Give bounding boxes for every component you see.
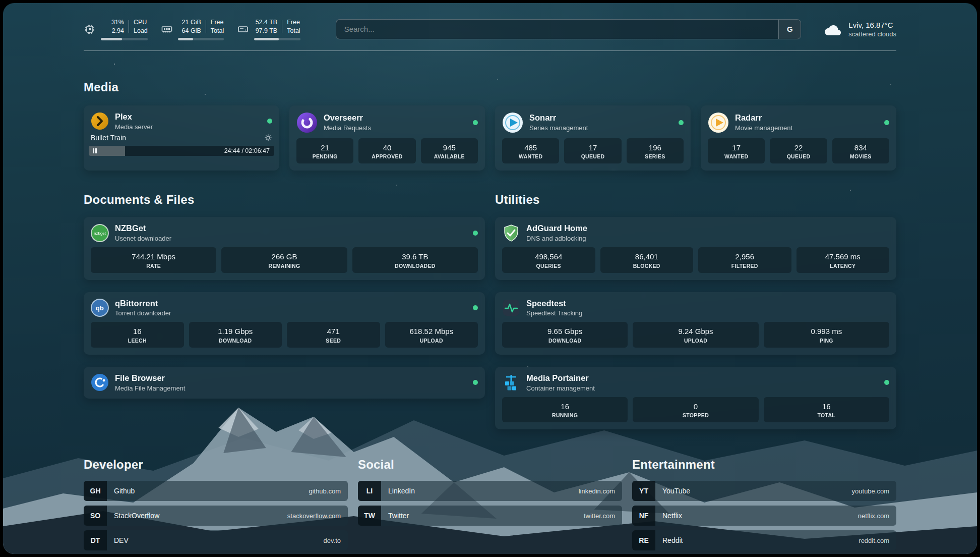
service-subtitle: Media Requests <box>324 124 371 132</box>
stat-label: APPROVED <box>360 153 413 159</box>
bookmark-url: stackoverflow.com <box>287 512 348 520</box>
service-subtitle: Speedtest Tracking <box>526 309 582 317</box>
card-nzbget[interactable]: nzbget NZBGet Usenet downloader <box>84 217 485 280</box>
bookmark-abbr: GH <box>84 481 107 501</box>
section-title-social: Social <box>358 458 622 472</box>
dashboard-background: 31% 2.94 CPU Load <box>3 3 977 554</box>
service-title: NZBGet <box>115 224 171 234</box>
gear-icon[interactable] <box>264 134 272 142</box>
service-subtitle: Usenet downloader <box>115 235 171 242</box>
divider <box>206 20 206 33</box>
card-qbittorrent[interactable]: qb qBittorrent Torrent downloader <box>84 292 485 355</box>
section-title-documents: Documents & Files <box>84 193 485 207</box>
bookmark-url: github.com <box>309 487 348 495</box>
section-title-entertainment: Entertainment <box>632 458 896 472</box>
bookmark-name: LinkedIn <box>381 487 415 495</box>
service-subtitle: DNS and adblocking <box>526 235 587 242</box>
topbar-divider <box>84 50 896 51</box>
card-radarr[interactable]: Radarr Movie management 17 WANTED 2 <box>701 105 896 171</box>
stat-value: 0.993 ms <box>766 326 887 337</box>
service-title: Overseerr <box>324 113 371 123</box>
bookmark-github[interactable]: GH Github github.com <box>84 481 348 501</box>
service-subtitle: Media server <box>115 123 153 131</box>
social-column: Social LI LinkedIn linkedin.com TW Twitt… <box>358 458 622 526</box>
service-title: Sonarr <box>529 113 588 123</box>
stat-value: 266 GB <box>223 252 345 262</box>
stat-label: UPLOAD <box>635 338 756 344</box>
stat-value: 9.24 Gbps <box>635 326 756 337</box>
bookmark-name: YouTube <box>655 487 690 495</box>
stat-box: 945 AVAILABLE <box>421 138 478 164</box>
developer-column: Developer GH Github github.com SO StackO… <box>84 458 348 550</box>
stat-label: MOVIES <box>834 153 887 159</box>
overseerr-icon <box>296 112 318 133</box>
stat-box: 9.65 Gbps DOWNLOAD <box>502 322 628 348</box>
cpu-progress-fill <box>101 38 122 40</box>
bookmark-abbr: SO <box>84 506 107 526</box>
memory-total: 64 GiB <box>182 27 201 35</box>
cpu-percent: 31% <box>111 18 124 27</box>
status-dot <box>473 231 478 236</box>
svg-text:nzbget: nzbget <box>94 231 106 236</box>
card-overseerr[interactable]: Overseerr Media Requests 21 PENDING <box>289 105 485 171</box>
section-title-media: Media <box>84 80 896 94</box>
stat-value: 196 <box>629 143 682 153</box>
bookmark-linkedin[interactable]: LI LinkedIn linkedin.com <box>358 481 622 501</box>
disk-total-label: Total <box>287 27 300 35</box>
status-dot <box>884 380 889 385</box>
memory-progress-bar <box>178 38 224 40</box>
weather-widget: Lviv, 16.87°C scattered clouds <box>823 21 896 38</box>
stat-box: 16 LEECH <box>91 322 184 348</box>
status-dot <box>473 380 478 385</box>
service-title: Media Portainer <box>526 373 595 383</box>
service-title: qBittorrent <box>115 299 171 309</box>
stat-box: 47.569 ms LATENCY <box>797 247 890 273</box>
bookmark-abbr: NF <box>632 506 655 526</box>
card-adguard[interactable]: AdGuard Home DNS and adblocking 498,564 … <box>495 217 896 280</box>
stat-label: SERIES <box>629 153 682 159</box>
card-plex[interactable]: Plex Media server Bullet Train <box>84 105 279 171</box>
stat-value: 17 <box>566 143 619 153</box>
playback-progress-bar[interactable]: 24:44 / 02:06:47 <box>89 146 274 156</box>
stat-label: UPLOAD <box>387 338 476 344</box>
bookmark-netflix[interactable]: NF Netflix netflix.com <box>632 506 896 526</box>
stat-box: 17 QUEUED <box>564 138 621 164</box>
stat-value: 744.21 Mbps <box>93 252 214 262</box>
card-portainer[interactable]: Media Portainer Container management 16 … <box>495 367 896 429</box>
bookmark-url: youtube.com <box>852 487 896 495</box>
stat-box: 485 WANTED <box>502 138 559 164</box>
bookmark-youtube[interactable]: YT YouTube youtube.com <box>632 481 896 501</box>
svg-text:qb: qb <box>96 304 104 312</box>
radarr-icon <box>708 112 729 133</box>
bookmark-twitter[interactable]: TW Twitter twitter.com <box>358 506 622 526</box>
stat-box: 196 SERIES <box>627 138 684 164</box>
card-sonarr[interactable]: Sonarr Series management 485 WANTED <box>495 105 691 171</box>
bookmark-stackoverflow[interactable]: SO StackOverflow stackoverflow.com <box>84 506 348 526</box>
bookmark-url: linkedin.com <box>579 487 622 495</box>
pause-icon[interactable] <box>92 148 97 153</box>
section-title-developer: Developer <box>84 458 348 472</box>
bookmark-url: reddit.com <box>859 537 896 544</box>
bookmark-name: Reddit <box>655 536 683 544</box>
cpu-icon <box>84 23 96 35</box>
stat-label: PENDING <box>298 153 351 159</box>
stat-label: DOWNLOAD <box>191 338 280 344</box>
stat-label: QUEUED <box>772 153 825 159</box>
stat-label: TOTAL <box>766 412 887 418</box>
memory-free-label: Free <box>211 18 224 27</box>
stat-box: 22 QUEUED <box>770 138 827 164</box>
search-input[interactable] <box>336 25 779 33</box>
stat-value: 471 <box>289 326 378 337</box>
stat-label: REMAINING <box>223 263 345 269</box>
service-subtitle: Torrent downloader <box>115 309 171 317</box>
stat-box: 9.24 Gbps UPLOAD <box>633 322 758 348</box>
service-title: File Browser <box>115 373 185 383</box>
section-title-utilities: Utilities <box>495 193 896 207</box>
card-speedtest[interactable]: Speedtest Speedtest Tracking 9.65 Gbps D… <box>495 292 896 355</box>
bookmark-reddit[interactable]: RE Reddit reddit.com <box>632 530 896 550</box>
bookmark-url: dev.to <box>324 537 348 544</box>
bookmark-dev[interactable]: DT DEV dev.to <box>84 530 348 550</box>
search-provider-button[interactable]: G <box>778 20 801 39</box>
stat-value: 834 <box>834 143 887 153</box>
card-filebrowser[interactable]: File Browser Media File Management <box>84 367 485 399</box>
